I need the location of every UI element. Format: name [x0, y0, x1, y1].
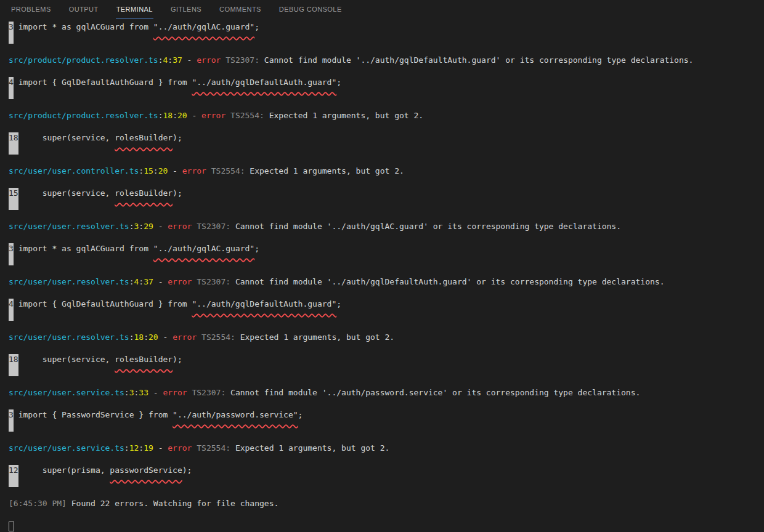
separator: -: [153, 222, 168, 231]
terminal-line-blank: [9, 398, 764, 409]
error-code: TS2554:: [211, 166, 245, 175]
error-file-path: src/user/user.resolver.ts: [9, 222, 129, 231]
separator: -: [158, 332, 173, 342]
separator: -: [153, 277, 168, 286]
error-squiggle: [115, 195, 173, 204]
tab-output[interactable]: OUTPUT: [68, 0, 99, 19]
separator: [197, 332, 201, 342]
tab-terminal[interactable]: TERMINAL: [116, 0, 153, 19]
terminal-line-blank: [9, 432, 764, 443]
error-code: TS2307:: [197, 277, 230, 286]
tab-problems[interactable]: PROBLEMS: [10, 0, 52, 19]
terminal-line-code: 3 import { PasswordService } from "../au…: [9, 409, 764, 421]
error-column-number: 19: [144, 443, 153, 453]
squiggle-indent: [18, 144, 115, 153]
line-number-gutter: 18: [9, 132, 18, 143]
terminal-line-error: src/user/user.controller.ts:15:20 - erro…: [9, 166, 764, 177]
terminal-line-squiggle: [9, 365, 764, 376]
separator: :: [144, 332, 148, 342]
error-label: error: [173, 332, 197, 342]
line-number-gutter: 3: [9, 409, 14, 421]
separator: :: [139, 277, 144, 286]
error-file-path: src/product/product.resolver.ts: [9, 111, 158, 120]
error-squiggle: [115, 139, 173, 148]
error-squiggle: [192, 305, 336, 315]
separator: :: [129, 277, 134, 286]
error-code: TS2554:: [197, 443, 230, 453]
terminal-line-blank: [9, 210, 764, 221]
line-number-gutter: 3: [9, 22, 14, 33]
error-message: Expected 1 arguments, but got 2.: [245, 166, 404, 175]
separator: -: [148, 388, 163, 397]
separator: :: [168, 55, 173, 65]
terminal-line-squiggle: [9, 476, 764, 487]
line-number-gutter: [9, 88, 14, 99]
terminal-line-squiggle: [9, 143, 764, 155]
line-number-gutter: 12: [9, 465, 18, 476]
separator: -: [153, 443, 168, 453]
terminal-line-squiggle: [9, 33, 764, 44]
squiggle-indent: [14, 310, 192, 320]
error-code: TS2554:: [230, 111, 264, 120]
separator: [226, 111, 230, 120]
line-number-gutter: [9, 33, 14, 44]
squiggle-indent: [18, 366, 115, 375]
line-number-gutter: [9, 254, 14, 265]
terminal-output[interactable]: 3 import * as gqlACGuard from "../auth/g…: [0, 19, 764, 532]
error-squiggle: [115, 361, 173, 370]
error-label: error: [201, 111, 226, 120]
line-number-gutter: [9, 143, 18, 155]
error-message: Cannot find module '../auth/password.ser…: [226, 388, 640, 397]
line-number-gutter: [9, 310, 14, 321]
status-timestamp: [6:45:30 PM]: [9, 499, 67, 508]
error-line-number: 18: [134, 332, 144, 342]
error-message: Expected 1 arguments, but got 2.: [230, 443, 389, 453]
terminal-line-error: src/product/product.resolver.ts:4:37 - e…: [9, 55, 764, 66]
error-column-number: 20: [158, 166, 168, 175]
line-number-gutter: [9, 421, 14, 432]
error-column-number: 29: [144, 222, 153, 231]
tab-debug-console[interactable]: DEBUG CONSOLE: [278, 0, 343, 19]
error-file-path: src/user/user.controller.ts: [9, 166, 139, 175]
squiggle-indent: [14, 33, 153, 42]
error-file-path: src/user/user.service.ts: [9, 443, 124, 453]
error-squiggle: [173, 416, 298, 425]
error-file-path: src/user/user.resolver.ts: [9, 332, 129, 342]
terminal-line-error: src/user/user.resolver.ts:3:29 - error T…: [9, 221, 764, 232]
error-column-number: 37: [144, 277, 153, 286]
tab-gitlens[interactable]: GITLENS: [170, 0, 202, 19]
error-column-number: 20: [177, 111, 187, 120]
error-label: error: [163, 388, 187, 397]
terminal-line-blank: [9, 121, 764, 132]
error-line-number: 12: [129, 443, 139, 453]
separator: [206, 166, 211, 175]
line-number-gutter: [9, 365, 18, 376]
error-label: error: [197, 55, 221, 65]
terminal-line-blank: [9, 321, 764, 332]
error-file-path: src/user/user.service.ts: [9, 388, 124, 397]
separator: :: [153, 166, 158, 175]
terminal-cursor: [9, 522, 14, 531]
line-number-gutter: 4: [9, 299, 14, 310]
line-number-gutter: [9, 476, 18, 487]
terminal-line-cursor: [9, 520, 764, 531]
error-squiggle: [192, 84, 336, 93]
terminal-line-blank: [9, 288, 764, 299]
line-number-gutter: 4: [9, 77, 14, 88]
terminal-line-blank: [9, 99, 764, 110]
error-label: error: [168, 277, 192, 286]
separator: :: [139, 222, 144, 231]
line-number-gutter: 18: [9, 354, 18, 365]
error-message: Cannot find module '../auth/gqlAC.guard'…: [230, 222, 621, 231]
terminal-line-code: 4 import { GqlDefaultAuthGuard } from ".…: [9, 77, 764, 88]
status-message: Found 22 errors. Watching for file chang…: [67, 499, 278, 508]
error-label: error: [182, 166, 206, 175]
terminal-line-squiggle: [9, 421, 764, 432]
tab-comments[interactable]: COMMENTS: [219, 0, 262, 19]
separator: :: [124, 443, 129, 453]
terminal-line-squiggle: [9, 310, 764, 321]
separator: -: [187, 111, 201, 120]
terminal-line-squiggle: [9, 254, 764, 265]
squiggle-indent: [14, 421, 173, 430]
separator: :: [139, 166, 144, 175]
